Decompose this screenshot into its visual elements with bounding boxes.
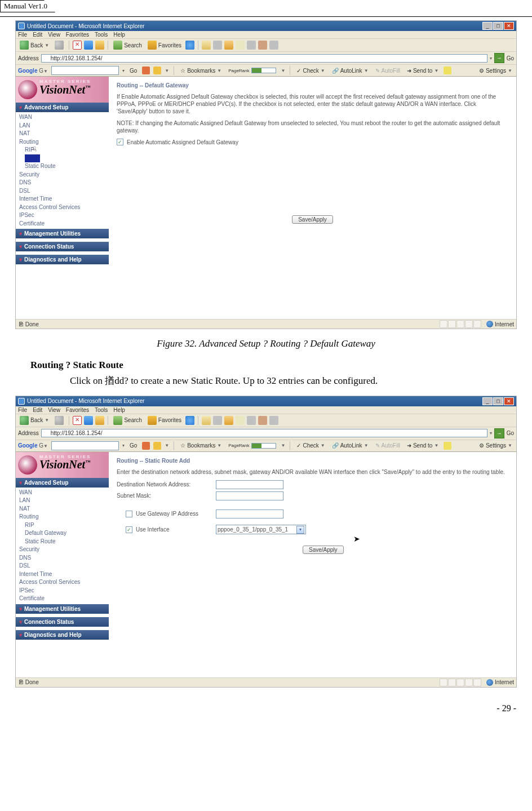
menu-view[interactable]: View (48, 407, 60, 413)
nav-management-utilities[interactable]: Management Utilities (16, 604, 109, 614)
use-interface-checkbox[interactable]: ✓ (126, 526, 132, 533)
nav-default-gateway[interactable]: Default Gateway (19, 529, 109, 538)
toolbar-icon-1[interactable] (236, 416, 245, 425)
minimize-button[interactable]: _ (482, 22, 493, 30)
mail-icon[interactable] (202, 41, 211, 50)
search-button[interactable]: Search (112, 40, 144, 50)
settings-button[interactable]: ⚙ Settings▼ (477, 67, 514, 74)
forward-button[interactable] (53, 40, 65, 50)
nav-security[interactable]: Security (19, 546, 109, 554)
nav-access-control[interactable]: Access Control Services (19, 203, 109, 212)
nav-dsl[interactable]: DSL (19, 187, 109, 196)
nav-management-utilities[interactable]: Management Utilities (16, 229, 109, 238)
google-highlight-icon[interactable] (444, 67, 451, 74)
autofill-button[interactable]: ✎ AutoFill (374, 67, 402, 74)
menu-tools[interactable]: Tools (95, 32, 108, 38)
gateway-ip-input[interactable] (216, 509, 283, 518)
sendto-button[interactable]: ➜ Send to▼ (405, 442, 440, 449)
stop-icon[interactable] (73, 416, 82, 425)
toolbar-icon-3[interactable] (258, 416, 267, 425)
nav-dns[interactable]: DNS (19, 179, 109, 187)
stop-icon[interactable] (73, 41, 82, 50)
google-highlight-icon[interactable] (444, 442, 451, 450)
google-go-button[interactable]: Go (128, 442, 139, 449)
nav-nat[interactable]: NAT (19, 505, 109, 513)
save-apply-button[interactable]: Save/Apply (292, 215, 333, 224)
google-search-dropdown[interactable]: ▾ (122, 68, 125, 73)
bookmarks-button[interactable]: ☆ Bookmarks▼ (179, 67, 223, 74)
settings-button[interactable]: ⚙ Settings▼ (477, 442, 514, 449)
dest-network-input[interactable] (216, 480, 283, 489)
menu-edit[interactable]: Edit (33, 32, 42, 38)
check-button[interactable]: ✓ Check ▼ (295, 67, 326, 74)
menu-help[interactable]: Help (113, 32, 125, 38)
print-icon[interactable] (213, 41, 222, 50)
use-gateway-checkbox[interactable] (126, 511, 132, 517)
go-button[interactable]: → (494, 53, 504, 63)
nav-internet-time[interactable]: Internet Time (19, 570, 109, 579)
menu-edit[interactable]: Edit (33, 407, 42, 413)
nav-static-route[interactable]: Static Route (19, 538, 109, 546)
nav-lan[interactable]: LAN (19, 497, 109, 505)
google-icon-1[interactable] (142, 442, 150, 450)
nav-connection-status[interactable]: Connection Status (16, 242, 109, 251)
refresh-icon[interactable] (84, 41, 93, 50)
nav-security[interactable]: Security (19, 171, 109, 179)
nav-wan[interactable]: WAN (19, 489, 109, 497)
google-search-input[interactable] (51, 441, 119, 450)
google-icon-2[interactable] (153, 67, 161, 74)
nav-ipsec[interactable]: IPSec (19, 211, 109, 220)
nav-access-control[interactable]: Access Control Services (19, 578, 109, 587)
interface-select[interactable]: pppoe_0_35_1/ppp_0_35_1 ▾ (216, 525, 306, 534)
nav-rip[interactable]: RIP (19, 146, 109, 154)
nav-static-route[interactable]: Static Route (19, 162, 109, 171)
menu-file[interactable]: File (18, 407, 27, 413)
toolbar-icon-1[interactable] (236, 41, 245, 50)
favorites-button[interactable]: Favorites (146, 40, 183, 50)
nav-nat[interactable]: NAT (19, 130, 109, 138)
media-icon[interactable] (185, 416, 194, 425)
nav-wan[interactable]: WAN (19, 113, 109, 122)
nav-rip[interactable]: RIP (19, 521, 109, 530)
menu-favorites[interactable]: Favorites (66, 407, 89, 413)
google-icon-1[interactable] (142, 67, 150, 74)
google-search-dropdown[interactable]: ▾ (122, 443, 125, 448)
menu-tools[interactable]: Tools (95, 407, 108, 413)
subnet-mask-input[interactable] (216, 491, 283, 500)
back-button[interactable]: Back ▼ (18, 415, 51, 426)
nav-dsl[interactable]: DSL (19, 562, 109, 570)
close-button[interactable]: ✕ (504, 397, 514, 405)
nav-connection-status[interactable]: Connection Status (16, 617, 109, 627)
favorites-button[interactable]: Favorites (146, 415, 183, 426)
enable-auto-gateway-checkbox[interactable]: ✓ (117, 139, 123, 145)
nav-advanced-setup[interactable]: Advanced Setup (16, 478, 109, 488)
nav-dns[interactable]: DNS (19, 554, 109, 562)
nav-ipsec[interactable]: IPSec (19, 587, 109, 595)
search-button[interactable]: Search (112, 415, 144, 426)
menu-view[interactable]: View (48, 32, 60, 38)
address-input[interactable]: http://192.168.1.254/ (41, 429, 487, 437)
save-apply-button[interactable]: Save/Apply (303, 546, 344, 554)
address-dropdown[interactable]: ▾ (490, 56, 492, 61)
media-icon[interactable] (185, 41, 194, 50)
nav-routing[interactable]: Routing (19, 513, 109, 521)
toolbar-icon-4[interactable] (269, 416, 278, 425)
close-button[interactable]: ✕ (504, 22, 514, 30)
toolbar-icon-3[interactable] (258, 41, 267, 50)
toolbar-icon-4[interactable] (269, 41, 278, 50)
autolink-button[interactable]: 🔗 AutoLink ▼ (330, 442, 370, 449)
address-input[interactable]: http://192.168.1.254/ (41, 54, 487, 63)
toolbar-icon-2[interactable] (247, 41, 256, 50)
nav-internet-time[interactable]: Internet Time (19, 195, 109, 203)
sendto-button[interactable]: ➜ Send to▼ (405, 67, 440, 74)
print-icon[interactable] (213, 416, 222, 425)
refresh-icon[interactable] (84, 416, 93, 425)
google-icon-2[interactable] (153, 442, 161, 450)
minimize-button[interactable]: _ (482, 397, 493, 405)
google-go-button[interactable]: Go (128, 67, 139, 74)
edit-icon[interactable] (224, 41, 233, 50)
nav-default-gateway-selected[interactable] (25, 154, 40, 163)
google-search-input[interactable] (51, 66, 119, 75)
go-button[interactable]: → (494, 428, 504, 438)
nav-diagnostics-help[interactable]: Diagnostics and Help (16, 630, 109, 640)
